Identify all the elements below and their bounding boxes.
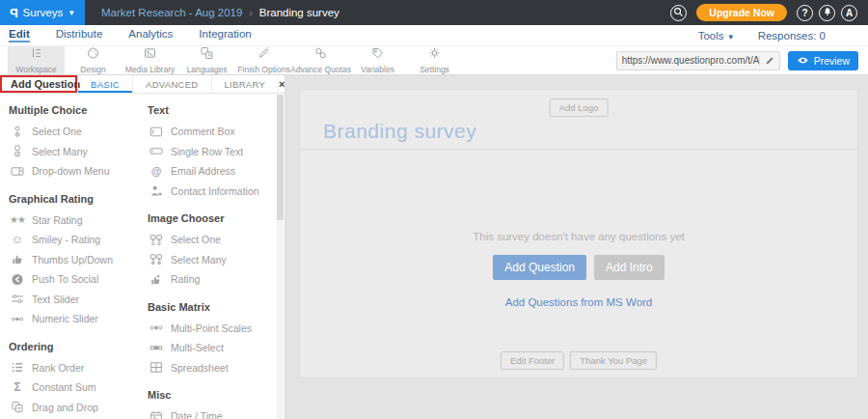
toolbar-item-variables[interactable]: Variables <box>349 46 406 74</box>
panel-tab-library[interactable]: LIBRARY <box>211 75 279 93</box>
question-type-drop-down-menu[interactable]: Drop-down Menu <box>8 161 139 182</box>
help-button[interactable]: ? <box>797 5 813 21</box>
nav-tab-distribute[interactable]: Distribute <box>56 28 103 42</box>
surveys-app-menu[interactable]: P Surveys ▼ <box>0 0 85 25</box>
toolbar-items: WorkspaceDesignMedia LibraryALanguagesFi… <box>8 46 463 74</box>
section-title-text: Text <box>148 104 284 116</box>
add-logo-button[interactable]: Add Logo <box>550 98 609 117</box>
add-question-panel-label[interactable]: Add Question <box>0 75 77 93</box>
image-one-icon <box>149 234 164 246</box>
question-type-date-time[interactable]: Date / Time <box>147 406 284 419</box>
toolbar-item-label: Media Library <box>125 65 176 74</box>
question-type-rank-order[interactable]: Rank Order <box>8 358 139 378</box>
empty-state-actions: Add Question Add Intro <box>300 255 857 280</box>
toolbar-item-label: Languages <box>186 65 227 74</box>
question-type-label: Multi-Select <box>171 342 224 353</box>
nav-tab-edit[interactable]: Edit <box>9 28 30 42</box>
question-type-contact-information[interactable]: Contact Information <box>147 182 284 202</box>
question-type-email-address[interactable]: @Email Address <box>147 161 284 182</box>
add-questions-ms-word-link[interactable]: Add Questions from MS Word <box>505 296 653 308</box>
toolbar-item-label: Workspace <box>15 65 56 74</box>
question-type-single-row-text[interactable]: Single Row Text <box>147 142 284 162</box>
edit-footer-button[interactable]: Edit Footer <box>501 351 564 370</box>
add-question-panel: Add Question BASICADVANCEDLIBRARY × Mult… <box>0 75 285 419</box>
survey-nav-bar: EditDistributeAnalyticsIntegration Tools… <box>0 25 868 46</box>
svg-text:A: A <box>207 52 211 58</box>
questionpro-logo-icon: P <box>10 6 18 20</box>
toolbar-item-languages[interactable]: ALanguages <box>178 46 235 74</box>
checkbox-icon <box>10 145 25 157</box>
edit-url-icon[interactable] <box>759 56 779 66</box>
toolbar-item-workspace[interactable]: Workspace <box>8 46 65 74</box>
question-type-multi-select[interactable]: Multi-Select <box>147 338 284 358</box>
toolbar-item-label: Settings <box>420 65 449 74</box>
survey-canvas: Add Logo Branding survey This survey doe… <box>285 75 868 419</box>
avatar[interactable]: A <box>841 5 857 21</box>
breadcrumb: Market Research - Aug 2019 › Branding su… <box>101 7 339 18</box>
question-type-select-one[interactable]: Select One <box>8 122 139 142</box>
close-panel-button[interactable]: × <box>278 75 285 93</box>
question-type-select-one[interactable]: Select One <box>147 230 284 250</box>
question-type-push-to-social[interactable]: Push To Social <box>8 269 139 290</box>
responses-count[interactable]: Responses: 0 <box>758 30 826 42</box>
nav-tab-analytics[interactable]: Analytics <box>128 28 173 42</box>
content: Add Question BASICADVANCEDLIBRARY × Mult… <box>0 75 868 419</box>
datetime-icon <box>149 410 164 419</box>
preview-button[interactable]: Preview <box>788 51 858 70</box>
question-type-rating[interactable]: Rating <box>147 269 284 290</box>
question-type-text-slider[interactable]: Text Slider <box>8 290 139 310</box>
question-type-label: Spreadsheet <box>171 362 229 374</box>
notifications-button[interactable] <box>819 5 835 21</box>
upgrade-now-button[interactable]: Upgrade Now <box>696 4 787 21</box>
question-type-column: TextComment BoxSingle Row Text@Email Add… <box>147 96 284 419</box>
toolbar-item-finish-options[interactable]: Finish Options <box>235 46 292 74</box>
topbar-actions: Upgrade Now ? A <box>670 4 868 21</box>
question-type-label: Select One <box>32 126 82 137</box>
panel-tab-advanced[interactable]: ADVANCED <box>132 75 210 93</box>
section-title-multiple-choice: Multiple Choice <box>9 104 139 116</box>
email-icon: @ <box>149 166 164 177</box>
nav-right: Tools ▼ Responses: 0 <box>698 30 868 42</box>
advance-quotas-icon <box>313 46 328 64</box>
question-type-numeric-slider[interactable]: Numeric Slider <box>8 309 139 329</box>
variables-icon <box>370 46 385 64</box>
panel-tabs: BASICADVANCEDLIBRARY <box>77 75 278 93</box>
nav-tab-integration[interactable]: Integration <box>199 28 251 42</box>
toolbar-item-settings[interactable]: Settings <box>406 46 463 74</box>
question-type-label: Contact Information <box>171 185 259 197</box>
question-type-spreadsheet[interactable]: Spreadsheet <box>147 358 284 378</box>
survey-url-box[interactable]: https://www.questionpro.com/t/APNrFZ <box>616 51 780 70</box>
add-intro-button[interactable]: Add Intro <box>594 255 665 280</box>
search-button[interactable] <box>670 5 687 21</box>
question-type-label: Text Slider <box>32 293 79 305</box>
breadcrumb-parent-link[interactable]: Market Research - Aug 2019 <box>101 7 242 18</box>
question-type-constant-sum[interactable]: ΣConstant Sum <box>8 377 139 398</box>
question-type-comment-box[interactable]: Comment Box <box>147 122 284 142</box>
single-row-icon <box>149 145 164 157</box>
question-type-select-many[interactable]: Select Many <box>8 142 139 162</box>
question-type-multi-point-scales[interactable]: Multi-Point Scales <box>147 319 284 339</box>
toolbar-item-advance-quotas[interactable]: Advance Quotas <box>292 46 349 74</box>
tools-menu[interactable]: Tools ▼ <box>698 30 735 42</box>
panel-scrollbar[interactable] <box>277 95 284 419</box>
scrollbar-thumb[interactable] <box>277 95 284 220</box>
question-type-star-rating[interactable]: ★★Star Rating <box>8 210 139 231</box>
add-question-button[interactable]: Add Question <box>493 255 586 280</box>
toolbar-item-design[interactable]: Design <box>65 46 122 74</box>
empty-state-message: This survey doesn't have any questions y… <box>300 150 857 242</box>
image-rating-icon <box>149 273 164 286</box>
thank-you-page-button[interactable]: Thank You Page <box>570 351 657 370</box>
question-type-smiley-rating[interactable]: ☺Smiley - Rating <box>8 230 139 250</box>
chevron-down-icon: ▼ <box>68 9 75 17</box>
toolbar-right: https://www.questionpro.com/t/APNrFZ Pre… <box>616 46 868 74</box>
survey-title[interactable]: Branding survey <box>323 120 476 143</box>
search-icon <box>673 7 684 19</box>
question-type-select-many[interactable]: Select Many <box>147 250 284 270</box>
panel-tab-basic[interactable]: BASIC <box>77 75 132 93</box>
question-type-drag-and-drop[interactable]: Drag and Drop <box>8 398 139 418</box>
toolbar-item-media-library[interactable]: Media Library <box>122 46 178 74</box>
app-menu-label: Surveys <box>23 7 64 18</box>
question-type-thumbs-up-down[interactable]: Thumbs Up/Down <box>8 250 139 270</box>
comment-box-icon <box>149 126 164 138</box>
survey-url[interactable]: https://www.questionpro.com/t/APNrFZ <box>617 55 759 66</box>
